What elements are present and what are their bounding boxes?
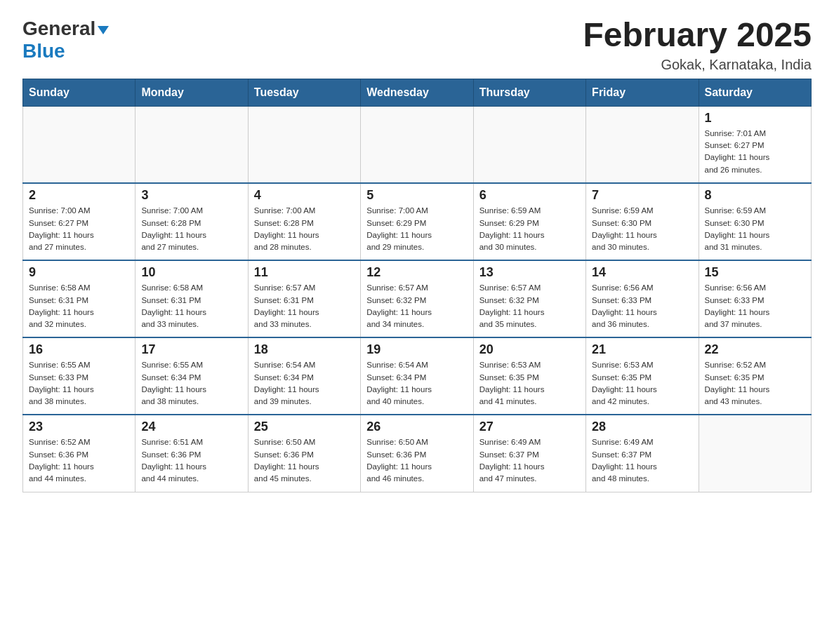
calendar-day-cell: 7Sunrise: 6:59 AMSunset: 6:30 PMDaylight…	[586, 183, 699, 260]
header-sunday: Sunday	[23, 79, 135, 106]
day-info: Sunrise: 7:01 AMSunset: 6:27 PMDaylight:…	[705, 128, 805, 176]
header-saturday: Saturday	[699, 79, 811, 106]
day-info: Sunrise: 6:52 AMSunset: 6:35 PMDaylight:…	[705, 359, 805, 408]
day-number: 2	[29, 188, 129, 203]
day-info: Sunrise: 6:58 AMSunset: 6:31 PMDaylight:…	[29, 282, 129, 330]
day-number: 11	[254, 265, 355, 280]
day-info: Sunrise: 6:56 AMSunset: 6:33 PMDaylight:…	[705, 282, 805, 330]
calendar-day-cell	[135, 106, 248, 183]
logo-general-text: General	[22, 17, 95, 41]
calendar-day-cell: 3Sunrise: 7:00 AMSunset: 6:28 PMDaylight…	[135, 183, 248, 260]
calendar-day-cell	[23, 106, 135, 183]
day-info: Sunrise: 6:54 AMSunset: 6:34 PMDaylight:…	[366, 359, 467, 408]
calendar-day-cell: 18Sunrise: 6:54 AMSunset: 6:34 PMDayligh…	[248, 337, 360, 415]
calendar-day-cell: 20Sunrise: 6:53 AMSunset: 6:35 PMDayligh…	[473, 337, 585, 415]
day-number: 19	[366, 342, 467, 357]
day-number: 28	[592, 420, 692, 434]
page-header: General Blue February 2025 Gokak, Karnat…	[22, 17, 812, 73]
day-number: 8	[705, 188, 805, 203]
calendar-day-cell: 2Sunrise: 7:00 AMSunset: 6:27 PMDaylight…	[23, 183, 135, 260]
calendar-day-cell: 9Sunrise: 6:58 AMSunset: 6:31 PMDaylight…	[23, 260, 135, 337]
header-thursday: Thursday	[473, 79, 585, 106]
day-info: Sunrise: 7:00 AMSunset: 6:28 PMDaylight:…	[254, 205, 355, 253]
calendar-day-cell: 25Sunrise: 6:50 AMSunset: 6:36 PMDayligh…	[248, 415, 360, 492]
day-info: Sunrise: 6:52 AMSunset: 6:36 PMDaylight:…	[29, 436, 129, 485]
calendar-day-cell: 16Sunrise: 6:55 AMSunset: 6:33 PMDayligh…	[23, 337, 135, 415]
calendar-day-cell: 6Sunrise: 6:59 AMSunset: 6:29 PMDaylight…	[473, 183, 585, 260]
day-info: Sunrise: 6:57 AMSunset: 6:31 PMDaylight:…	[254, 282, 355, 330]
day-info: Sunrise: 6:59 AMSunset: 6:30 PMDaylight:…	[592, 205, 692, 253]
calendar-day-cell: 8Sunrise: 6:59 AMSunset: 6:30 PMDaylight…	[699, 183, 811, 260]
calendar-day-cell: 27Sunrise: 6:49 AMSunset: 6:37 PMDayligh…	[473, 415, 585, 492]
calendar-day-cell: 26Sunrise: 6:50 AMSunset: 6:36 PMDayligh…	[361, 415, 473, 492]
day-info: Sunrise: 6:53 AMSunset: 6:35 PMDaylight:…	[479, 359, 580, 408]
day-info: Sunrise: 6:55 AMSunset: 6:34 PMDaylight:…	[141, 359, 241, 408]
calendar-day-cell	[361, 106, 473, 183]
day-info: Sunrise: 6:59 AMSunset: 6:29 PMDaylight:…	[479, 205, 580, 253]
day-number: 14	[592, 265, 692, 280]
day-number: 18	[254, 342, 355, 357]
calendar-day-cell: 1Sunrise: 7:01 AMSunset: 6:27 PMDaylight…	[699, 106, 811, 183]
day-number: 13	[479, 265, 580, 280]
day-number: 23	[29, 420, 129, 434]
calendar-day-cell: 24Sunrise: 6:51 AMSunset: 6:36 PMDayligh…	[135, 415, 248, 492]
location-subtitle: Gokak, Karnataka, India	[583, 57, 812, 73]
day-info: Sunrise: 6:50 AMSunset: 6:36 PMDaylight:…	[366, 436, 467, 485]
day-number: 22	[705, 342, 805, 357]
day-info: Sunrise: 6:51 AMSunset: 6:36 PMDaylight:…	[141, 436, 241, 485]
day-info: Sunrise: 6:53 AMSunset: 6:35 PMDaylight:…	[592, 359, 692, 408]
day-number: 15	[705, 265, 805, 280]
day-info: Sunrise: 7:00 AMSunset: 6:27 PMDaylight:…	[29, 205, 129, 253]
logo-blue-text: Blue	[22, 40, 65, 62]
calendar-day-cell: 12Sunrise: 6:57 AMSunset: 6:32 PMDayligh…	[361, 260, 473, 337]
calendar-day-cell: 13Sunrise: 6:57 AMSunset: 6:32 PMDayligh…	[473, 260, 585, 337]
calendar-week-row: 9Sunrise: 6:58 AMSunset: 6:31 PMDaylight…	[23, 260, 812, 337]
calendar-day-cell: 10Sunrise: 6:58 AMSunset: 6:31 PMDayligh…	[135, 260, 248, 337]
day-info: Sunrise: 6:58 AMSunset: 6:31 PMDaylight:…	[141, 282, 241, 330]
calendar-day-cell: 21Sunrise: 6:53 AMSunset: 6:35 PMDayligh…	[586, 337, 699, 415]
day-number: 26	[366, 420, 467, 434]
day-number: 20	[479, 342, 580, 357]
calendar-day-cell: 4Sunrise: 7:00 AMSunset: 6:28 PMDaylight…	[248, 183, 360, 260]
day-number: 24	[141, 420, 241, 434]
calendar-week-row: 2Sunrise: 7:00 AMSunset: 6:27 PMDaylight…	[23, 183, 812, 260]
calendar-day-cell: 23Sunrise: 6:52 AMSunset: 6:36 PMDayligh…	[23, 415, 135, 492]
calendar-week-row: 1Sunrise: 7:01 AMSunset: 6:27 PMDaylight…	[23, 106, 812, 183]
day-number: 12	[366, 265, 467, 280]
day-info: Sunrise: 6:57 AMSunset: 6:32 PMDaylight:…	[479, 282, 580, 330]
day-number: 4	[254, 188, 355, 203]
logo: General Blue	[22, 17, 109, 62]
day-info: Sunrise: 6:56 AMSunset: 6:33 PMDaylight:…	[592, 282, 692, 330]
calendar-day-cell: 28Sunrise: 6:49 AMSunset: 6:37 PMDayligh…	[586, 415, 699, 492]
day-info: Sunrise: 6:59 AMSunset: 6:30 PMDaylight:…	[705, 205, 805, 253]
weekday-header-row: Sunday Monday Tuesday Wednesday Thursday…	[23, 79, 812, 106]
day-number: 10	[141, 265, 241, 280]
day-number: 1	[705, 111, 805, 126]
calendar-day-cell: 22Sunrise: 6:52 AMSunset: 6:35 PMDayligh…	[699, 337, 811, 415]
day-number: 6	[479, 188, 580, 203]
header-monday: Monday	[135, 79, 248, 106]
header-friday: Friday	[586, 79, 699, 106]
day-info: Sunrise: 7:00 AMSunset: 6:29 PMDaylight:…	[366, 205, 467, 253]
calendar-day-cell: 11Sunrise: 6:57 AMSunset: 6:31 PMDayligh…	[248, 260, 360, 337]
day-info: Sunrise: 7:00 AMSunset: 6:28 PMDaylight:…	[141, 205, 241, 253]
header-wednesday: Wednesday	[361, 79, 473, 106]
day-number: 21	[592, 342, 692, 357]
day-number: 25	[254, 420, 355, 434]
calendar-week-row: 16Sunrise: 6:55 AMSunset: 6:33 PMDayligh…	[23, 337, 812, 415]
day-number: 17	[141, 342, 241, 357]
calendar-day-cell: 14Sunrise: 6:56 AMSunset: 6:33 PMDayligh…	[586, 260, 699, 337]
day-info: Sunrise: 6:49 AMSunset: 6:37 PMDaylight:…	[479, 436, 580, 485]
calendar-title: February 2025	[583, 17, 812, 54]
day-info: Sunrise: 6:55 AMSunset: 6:33 PMDaylight:…	[29, 359, 129, 408]
calendar-day-cell	[586, 106, 699, 183]
title-block: February 2025 Gokak, Karnataka, India	[583, 17, 812, 73]
header-tuesday: Tuesday	[248, 79, 360, 106]
day-number: 7	[592, 188, 692, 203]
day-info: Sunrise: 6:49 AMSunset: 6:37 PMDaylight:…	[592, 436, 692, 485]
day-number: 9	[29, 265, 129, 280]
calendar-day-cell	[699, 415, 811, 492]
calendar-day-cell: 15Sunrise: 6:56 AMSunset: 6:33 PMDayligh…	[699, 260, 811, 337]
calendar-day-cell	[473, 106, 585, 183]
logo-arrow-icon	[98, 26, 109, 34]
